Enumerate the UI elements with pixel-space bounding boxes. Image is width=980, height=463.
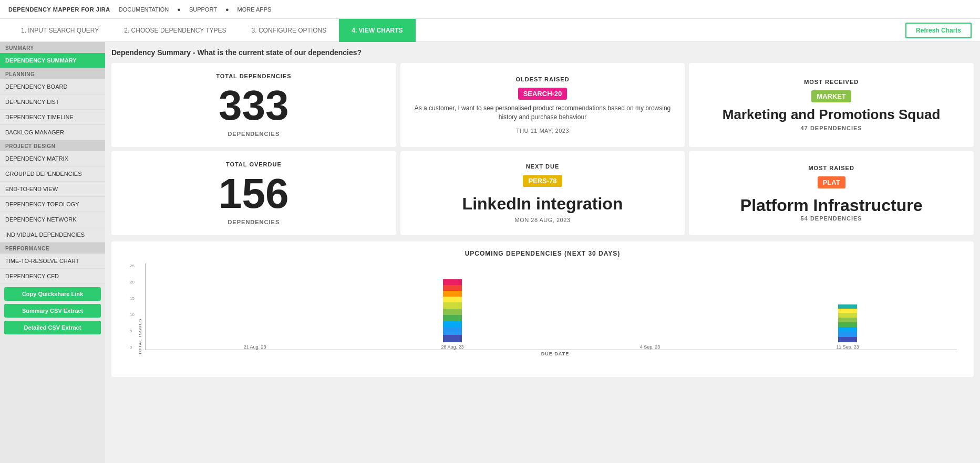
- total-deps-label: DEPENDENCIES: [228, 131, 280, 137]
- bar-segment: [443, 328, 462, 335]
- sidebar-section-project-design: PROJECT DESIGN: [0, 140, 105, 151]
- next-due-date: MON 28 AUG, 2023: [515, 217, 571, 223]
- refresh-charts-button[interactable]: Refresh Charts: [905, 23, 972, 38]
- date-label-4sep: 4 Sep. 23: [640, 344, 661, 350]
- bar-segment: [443, 335, 462, 342]
- date-label-28aug: 28 Aug. 23: [441, 344, 463, 350]
- next-due-card: NEXT DUE PERS-78 LinkedIn integration MO…: [400, 151, 685, 235]
- most-received-card: MOST RECEIVED MARKET Marketing and Promo…: [689, 63, 974, 147]
- bars-container: 21 Aug. 23: [146, 264, 957, 350]
- stats-grid: TOTAL DEPENDENCIES 333 DEPENDENCIES OLDE…: [111, 63, 974, 235]
- bar-segment: [838, 309, 857, 313]
- most-received-title: MOST RECEIVED: [804, 79, 859, 85]
- y-tick-0: 0: [130, 345, 135, 350]
- page-heading: Dependency Summary - What is the current…: [111, 48, 974, 57]
- wizard-bar: 1. INPUT SEARCH QUERY 2. CHOOSE DEPENDEN…: [0, 19, 980, 42]
- next-due-desc: LinkedIn integration: [462, 194, 623, 214]
- bar-group-28aug: 28 Aug. 23: [354, 264, 551, 350]
- bar-11sep: [838, 304, 857, 342]
- bar-segment: [443, 321, 462, 328]
- most-received-badge: MARKET: [811, 90, 851, 102]
- sidebar-item-dependency-list[interactable]: DEPENDENCY LIST: [0, 94, 105, 110]
- sidebar-item-individual-dependencies[interactable]: INDIVIDUAL DEPENDENCIES: [0, 227, 105, 243]
- sidebar-section-performance: PERFORMANCE: [0, 243, 105, 254]
- sidebar: SUMMARY DEPENDENCY SUMMARY PLANNING DEPE…: [0, 42, 105, 463]
- bar-segment: [443, 315, 462, 321]
- most-raised-title: MOST RAISED: [808, 165, 854, 171]
- most-raised-badge: PLAT: [818, 176, 845, 188]
- total-overdue-title: TOTAL OVERDUE: [226, 161, 282, 167]
- wizard-step-2[interactable]: 2. CHOOSE DEPENDENCY TYPES: [111, 19, 239, 42]
- sidebar-item-dependency-matrix[interactable]: DEPENDENCY MATRIX: [0, 151, 105, 166]
- total-overdue-card: TOTAL OVERDUE 156 DEPENDENCIES: [111, 151, 396, 235]
- most-raised-team: Platform Infrastructure: [740, 196, 923, 215]
- nav-documentation[interactable]: DOCUMENTATION: [119, 6, 169, 13]
- copy-quickshare-button[interactable]: Copy Quickshare Link: [4, 287, 101, 301]
- sidebar-item-dependency-network[interactable]: DEPENDENCY NETWORK: [0, 212, 105, 227]
- most-raised-card: MOST RAISED PLAT Platform Infrastructure…: [689, 151, 974, 235]
- top-nav: DOCUMENTATION ● SUPPORT ● MORE APPS: [119, 6, 272, 13]
- total-dependencies-card: TOTAL DEPENDENCIES 333 DEPENDENCIES: [111, 63, 396, 147]
- sidebar-section-planning: PLANNING: [0, 68, 105, 79]
- next-due-title: NEXT DUE: [526, 163, 560, 170]
- oldest-raised-title: OLDEST RAISED: [515, 76, 569, 82]
- sidebar-item-dependency-timeline[interactable]: DEPENDENCY TIMELINE: [0, 110, 105, 125]
- top-bar: DEPENDENCY MAPPER FOR JIRA DOCUMENTATION…: [0, 0, 980, 19]
- wizard-step-1[interactable]: 1. INPUT SEARCH QUERY: [8, 19, 111, 42]
- bar-segment: [838, 322, 857, 327]
- total-deps-number: 333: [219, 85, 288, 127]
- bar-group-4sep: 4 Sep. 23: [551, 264, 749, 350]
- total-overdue-label: DEPENDENCIES: [228, 219, 280, 225]
- wizard-step-3[interactable]: 3. CONFIGURE OPTIONS: [239, 19, 339, 42]
- nav-more-apps[interactable]: MORE APPS: [238, 6, 272, 13]
- y-tick-25: 25: [130, 264, 135, 268]
- sidebar-item-dependency-summary[interactable]: DEPENDENCY SUMMARY: [0, 53, 105, 68]
- sidebar-item-dependency-cfd[interactable]: DEPENDENCY CFD: [0, 269, 105, 284]
- y-axis-label: TOTAL ISSUES: [138, 319, 142, 355]
- sidebar-item-end-to-end-view[interactable]: END-TO-END VIEW: [0, 182, 105, 197]
- wizard-step-4[interactable]: 4. VIEW CHARTS: [339, 19, 415, 42]
- bar-segment: [838, 337, 857, 342]
- main-content: Dependency Summary - What is the current…: [105, 42, 980, 463]
- chart-area: 25 20 15 10 5 0 21 Aug. 23: [145, 264, 957, 350]
- y-tick-15: 15: [130, 296, 135, 301]
- detailed-csv-button[interactable]: Detailed CSV Extract: [4, 321, 101, 334]
- bar-group-21aug: 21 Aug. 23: [156, 264, 354, 350]
- y-tick-5: 5: [130, 329, 135, 333]
- chart-title: UPCOMING DEPENDENCIES (NEXT 30 DAYS): [120, 250, 965, 257]
- bar-segment: [443, 291, 462, 297]
- bar-segment: [443, 279, 462, 285]
- sidebar-section-summary: SUMMARY: [0, 42, 105, 53]
- oldest-raised-badge: SEARCH-20: [518, 88, 568, 100]
- oldest-raised-desc: As a customer, I want to see personalise…: [409, 104, 677, 122]
- bar-group-11sep: 11 Sep. 23: [749, 264, 946, 350]
- oldest-raised-date: THU 11 MAY, 2023: [516, 128, 569, 134]
- sidebar-item-dependency-topology[interactable]: DEPENDENCY TOPOLOGY: [0, 197, 105, 212]
- chart-section: UPCOMING DEPENDENCIES (NEXT 30 DAYS) TOT…: [111, 241, 974, 377]
- bar-segment: [838, 332, 857, 337]
- sidebar-item-grouped-dependencies[interactable]: GROUPED DEPENDENCIES: [0, 166, 105, 182]
- y-tick-10: 10: [130, 312, 135, 317]
- nav-separator-2: ●: [225, 6, 229, 13]
- most-received-deps: 47 DEPENDENCIES: [801, 125, 862, 131]
- bar-segment: [443, 309, 462, 315]
- oldest-raised-card: OLDEST RAISED SEARCH-20 As a customer, I…: [400, 63, 685, 147]
- layout: SUMMARY DEPENDENCY SUMMARY PLANNING DEPE…: [0, 42, 980, 463]
- sidebar-item-backlog-manager[interactable]: BACKLOG MANAGER: [0, 125, 105, 140]
- app-title: DEPENDENCY MAPPER FOR JIRA: [8, 6, 110, 13]
- bar-segment: [838, 313, 857, 318]
- date-label-21aug: 21 Aug. 23: [243, 344, 266, 350]
- most-received-team: Marketing and Promotions Squad: [723, 107, 941, 123]
- x-axis-label: DUE DATE: [145, 351, 965, 356]
- date-label-11sep: 11 Sep. 23: [836, 344, 859, 350]
- bar-segment: [838, 327, 857, 332]
- nav-support[interactable]: SUPPORT: [189, 6, 217, 13]
- sidebar-item-dependency-board[interactable]: DEPENDENCY BOARD: [0, 79, 105, 94]
- sidebar-item-time-to-resolve[interactable]: TIME-TO-RESOLVE CHART: [0, 254, 105, 269]
- bar-28aug: [443, 279, 462, 342]
- summary-csv-button[interactable]: Summary CSV Extract: [4, 304, 101, 318]
- total-overdue-number: 156: [219, 173, 288, 215]
- bar-segment: [838, 318, 857, 322]
- total-deps-title: TOTAL DEPENDENCIES: [216, 73, 291, 79]
- y-ticks: 25 20 15 10 5 0: [130, 264, 135, 350]
